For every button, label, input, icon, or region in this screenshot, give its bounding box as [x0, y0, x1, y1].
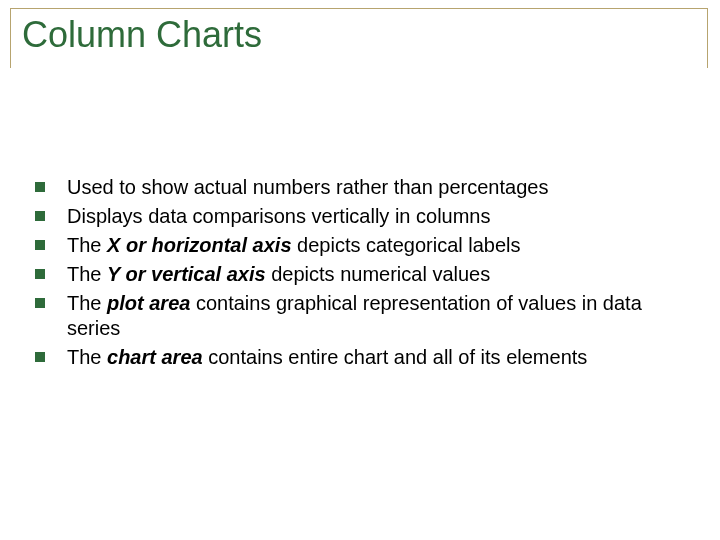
- list-item: The chart area contains entire chart and…: [35, 345, 680, 370]
- list-item: Used to show actual numbers rather than …: [35, 175, 680, 200]
- bullet-icon: [35, 352, 45, 362]
- list-item: The Y or vertical axis depicts numerical…: [35, 262, 680, 287]
- list-item: The plot area contains graphical represe…: [35, 291, 680, 341]
- bullet-text: The Y or vertical axis depicts numerical…: [67, 262, 490, 287]
- bullet-text: Displays data comparisons vertically in …: [67, 204, 491, 229]
- bullet-text: Used to show actual numbers rather than …: [67, 175, 548, 200]
- list-item: Displays data comparisons vertically in …: [35, 204, 680, 229]
- bullet-icon: [35, 269, 45, 279]
- bullet-text: The plot area contains graphical represe…: [67, 291, 680, 341]
- bullet-icon: [35, 211, 45, 221]
- bullet-icon: [35, 240, 45, 250]
- bullet-icon: [35, 298, 45, 308]
- bullet-text: The X or horizontal axis depicts categor…: [67, 233, 521, 258]
- page-title: Column Charts: [22, 14, 266, 56]
- list-item: The X or horizontal axis depicts categor…: [35, 233, 680, 258]
- bullet-text: The chart area contains entire chart and…: [67, 345, 587, 370]
- bullet-list: Used to show actual numbers rather than …: [35, 175, 680, 374]
- bullet-icon: [35, 182, 45, 192]
